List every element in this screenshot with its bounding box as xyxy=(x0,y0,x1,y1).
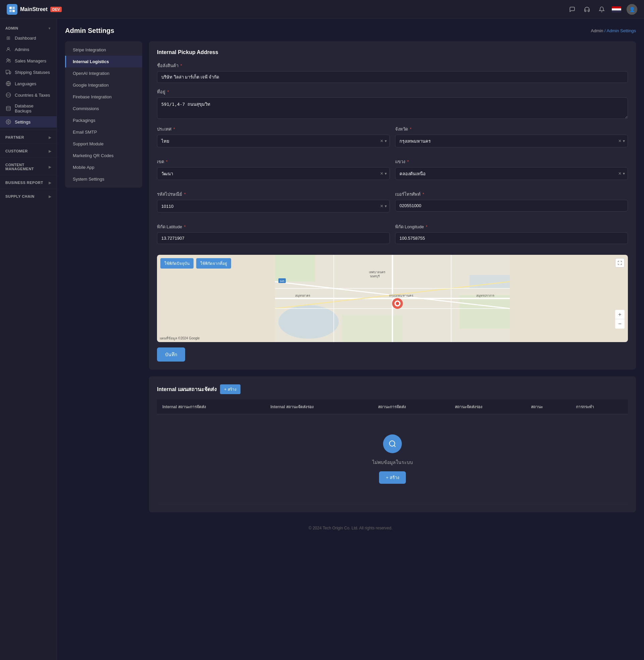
country-value: ไทย xyxy=(161,138,379,145)
svg-point-4 xyxy=(7,48,9,49)
settings-nav-system-settings[interactable]: System Settings xyxy=(65,173,142,185)
sidebar-item-shipping-statuses[interactable]: Shipping Statuses xyxy=(0,66,57,78)
customer-chevron: ▶ xyxy=(49,149,52,153)
use-current-location-button[interactable]: ใช้พิกัดปัจจุบัน xyxy=(160,258,193,268)
svg-line-39 xyxy=(394,445,395,447)
zoom-out-button[interactable]: − xyxy=(615,319,624,329)
sidebar-item-admins[interactable]: Admins xyxy=(0,44,57,55)
postal-group: รหัสไปรษณีย์ * 10110 ✕ ▾ xyxy=(157,191,390,213)
subdistrict-value: คลองตันเหนือ xyxy=(399,170,617,177)
svg-rect-17 xyxy=(342,315,402,342)
table-header-4: สถานะ xyxy=(526,399,571,414)
subdistrict-clear[interactable]: ✕ xyxy=(617,171,623,176)
settings-icon xyxy=(5,119,12,125)
database-icon xyxy=(5,105,12,111)
settings-nav-firebase[interactable]: Firebase Integration xyxy=(65,91,142,103)
sidebar-item-database-backups[interactable]: Database Backups xyxy=(0,101,57,116)
svg-point-8 xyxy=(6,73,7,74)
postal-phone-row: รหัสไปรษณีย์ * 10110 ✕ ▾ เบอร์โทรศ xyxy=(157,191,628,218)
sidebar-item-settings[interactable]: Settings xyxy=(0,116,57,128)
latitude-input[interactable] xyxy=(157,232,390,244)
svg-text:เทศบาลนคร: เทศบาลนคร xyxy=(369,270,385,274)
latitude-label: พิกัด Latitude * xyxy=(157,223,390,230)
headset-icon[interactable] xyxy=(582,5,592,14)
internal-pickup-card: Internal Pickup Address ชื่อลังสินค้า * … xyxy=(149,41,636,370)
settings-nav-support-module[interactable]: Support Module xyxy=(65,138,142,150)
address-label: ที่อยู่ * xyxy=(157,88,628,95)
admin-section-header[interactable]: ADMIN ▼ xyxy=(0,23,57,32)
postal-arrow: ▾ xyxy=(385,204,387,208)
app-name: MainStreet xyxy=(20,6,48,13)
zoom-in-button[interactable]: + xyxy=(615,310,624,319)
phone-input[interactable] xyxy=(395,200,628,212)
settings-nav-mobile-app[interactable]: Mobile App xyxy=(65,161,142,173)
empty-message: ไม่พบข้อมูลในระบบ xyxy=(372,459,413,466)
empty-create-button[interactable]: + สร้าง xyxy=(379,471,406,484)
page-header: Admin Settings Admin / Admin Settings xyxy=(65,27,636,35)
user-avatar[interactable]: 👤 xyxy=(626,4,637,15)
province-select[interactable]: กรุงเทพมหานคร ✕ ▾ xyxy=(395,135,628,147)
map-zoom-controls: + − xyxy=(615,310,624,329)
settings-navigation: Stripe Integration Internal Logistics Op… xyxy=(65,41,142,188)
settings-nav-commissions[interactable]: Commissions xyxy=(65,103,142,114)
subdistrict-label: แขวง * xyxy=(395,158,628,165)
country-select[interactable]: ไทย ✕ ▾ xyxy=(157,135,390,147)
latitude-group: พิกัด Latitude * xyxy=(157,223,390,244)
settings-nav-marketing-qr[interactable]: Marketing QR Codes xyxy=(65,150,142,161)
phone-group: เบอร์โทรศัพท์ * xyxy=(395,191,628,213)
breadcrumb-parent[interactable]: Admin xyxy=(591,28,603,33)
flag-icon[interactable] xyxy=(612,6,621,13)
postal-label: รหัสไปรษณีย์ * xyxy=(157,191,390,198)
country-clear[interactable]: ✕ xyxy=(379,139,385,144)
svg-point-18 xyxy=(278,305,339,339)
page-title: Admin Settings xyxy=(65,27,114,35)
postal-clear[interactable]: ✕ xyxy=(379,204,385,208)
address-group: ที่อยู่ * 591/1,4-7 ถนนสุขุมวิท xyxy=(157,88,628,120)
supply-section-header[interactable]: SUPPLY CHAIN ▶ xyxy=(0,191,57,200)
content-section-header[interactable]: CONTENT MANAGEMENT ▶ xyxy=(0,159,57,173)
save-button[interactable]: บันทึก xyxy=(157,348,185,361)
svg-text:นนทบุรี: นนทบุรี xyxy=(370,274,380,278)
dashboard-icon: ⊞ xyxy=(5,35,12,41)
chat-icon[interactable] xyxy=(568,5,577,14)
district-clear[interactable]: ✕ xyxy=(379,171,385,176)
sidebar-item-countries-taxes[interactable]: Countries & Taxes xyxy=(0,89,57,101)
sidebar-item-sales-managers[interactable]: Sales Managers xyxy=(0,55,57,66)
customer-section-header[interactable]: CUSTOMER ▶ xyxy=(0,146,57,155)
env-badge: DEV xyxy=(50,7,62,12)
sidebar: ADMIN ▼ ⊞ Dashboard Admins Sales Manager… xyxy=(0,19,57,660)
business-section-header[interactable]: BUSINESS REPORT ▶ xyxy=(0,177,57,186)
subdistrict-select[interactable]: คลองตันเหนือ ✕ ▾ xyxy=(395,167,628,180)
internal-map-table: Internal สถานะการจัดส่ง Internal สถานะจั… xyxy=(157,399,628,504)
svg-text:กรุงเทพมหานคร: กรุงเทพมหานคร xyxy=(389,294,414,298)
country-province-row: ประเทศ * ไทย ✕ ▾ จังหวัด xyxy=(157,126,628,153)
logo-area[interactable]: MainStreet DEV xyxy=(7,4,62,15)
province-clear[interactable]: ✕ xyxy=(617,139,623,144)
internal-map-card: Internal แผนสถานะจัดส่ง + สร้าง Internal… xyxy=(149,376,636,512)
postal-value: 10110 xyxy=(161,204,379,209)
settings-nav-internal-logistics[interactable]: Internal Logistics xyxy=(65,56,142,67)
internal-map-title: Internal แผนสถานะจัดส่ง xyxy=(157,385,217,393)
settings-nav-packagings[interactable]: Packagings xyxy=(65,114,142,126)
table-header-2: สถานะการจัดส่ง xyxy=(373,399,450,414)
settings-nav-openai[interactable]: OpenAI Integration xyxy=(65,67,142,79)
map-fullscreen-button[interactable] xyxy=(615,258,624,268)
settings-nav-email-smtp[interactable]: Email SMTP xyxy=(65,126,142,138)
address-input[interactable]: 591/1,4-7 ถนนสุขุมวิท xyxy=(157,97,628,119)
sidebar-item-dashboard[interactable]: ⊞ Dashboard xyxy=(0,32,57,44)
internal-map-header: Internal แผนสถานะจัดส่ง + สร้าง xyxy=(157,384,628,394)
longitude-input[interactable] xyxy=(395,232,628,244)
sidebar-item-languages[interactable]: Languages xyxy=(0,78,57,89)
settings-nav-stripe[interactable]: Stripe Integration xyxy=(65,44,142,56)
partner-section-header[interactable]: PARTNER ▶ xyxy=(0,132,57,141)
admins-icon xyxy=(5,46,12,52)
company-name-input[interactable] xyxy=(157,71,628,83)
postal-select[interactable]: 10110 ✕ ▾ xyxy=(157,200,390,213)
create-map-button[interactable]: + สร้าง xyxy=(220,384,240,394)
table-header-5: การกระทำ xyxy=(571,399,628,414)
use-address-location-button[interactable]: ใช้พิกัดจากที่อยู่ xyxy=(196,258,231,268)
nav-icons: 👤 xyxy=(568,4,637,15)
settings-nav-google[interactable]: Google Integration xyxy=(65,79,142,91)
bell-icon[interactable] xyxy=(597,5,606,14)
district-select[interactable]: วัฒนา ✕ ▾ xyxy=(157,167,390,180)
